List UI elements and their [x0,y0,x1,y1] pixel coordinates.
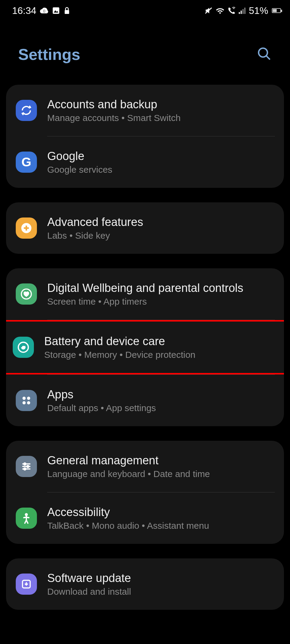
row-text: Advanced featuresLabs • Side key [47,216,275,241]
lock-icon [64,6,70,15]
row-subtitle: Screen time • App timers [47,296,275,307]
svg-rect-1 [53,7,59,14]
status-right: 51% [205,5,281,16]
svg-text:⟨⟩: ⟨⟩ [43,9,45,13]
google-icon: G [16,152,37,173]
gallery-icon [52,7,60,15]
row-text: AppsDefault apps • App settings [47,388,275,413]
wifi-icon [216,7,225,14]
cloud-icon: ⟨⟩ [40,7,48,14]
sync-icon [16,100,37,121]
settings-row-general[interactable]: General managementLanguage and keyboard … [6,441,284,492]
settings-row-google[interactable]: GGoogleGoogle services [6,136,284,188]
apps-icon [16,390,37,411]
settings-row-accounts[interactable]: Accounts and backupManage accounts • Sma… [6,85,284,136]
row-title: Digital Wellbeing and parental controls [47,282,275,295]
row-text: Battery and device careStorage • Memory … [44,335,278,360]
row-text: GoogleGoogle services [47,150,275,175]
row-title: Advanced features [47,216,275,229]
row-subtitle: TalkBack • Mono audio • Assistant menu [47,521,275,531]
sliders-icon [16,456,37,477]
wifi-calling-icon [227,7,236,15]
row-subtitle: Storage • Memory • Device protection [44,350,278,360]
svg-point-16 [27,397,30,400]
highlight-box: Battery and device careStorage • Memory … [6,320,284,374]
heart-circle-icon [16,283,37,305]
signal-icon [239,7,246,14]
row-title: Google [47,150,275,163]
row-subtitle: Default apps • App settings [47,403,275,413]
svg-point-14 [22,346,24,348]
row-title: Battery and device care [44,335,278,348]
page-title: Settings [18,45,80,64]
battery-percent: 51% [249,5,268,16]
status-time: 16:34 [12,5,36,16]
row-title: Apps [47,388,275,401]
settings-group: Software updateDownload and install [6,558,284,610]
svg-rect-3 [65,10,69,14]
settings-group: Digital Wellbeing and parental controlsS… [6,268,284,426]
row-title: Software update [47,572,275,585]
row-text: AccessibilityTalkBack • Mono audio • Ass… [47,506,275,531]
settings-group: Advanced featuresLabs • Side key [6,202,284,254]
settings-row-software[interactable]: Software updateDownload and install [6,558,284,610]
svg-rect-7 [242,9,244,14]
svg-point-22 [27,466,29,468]
row-text: Software updateDownload and install [47,572,275,597]
settings-row-accessibility[interactable]: AccessibilityTalkBack • Mono audio • Ass… [6,492,284,544]
battery-icon [272,8,281,13]
svg-rect-5 [239,12,240,14]
row-title: General management [47,454,275,467]
settings-group: General managementLanguage and keyboard … [6,441,284,544]
svg-point-20 [24,463,26,465]
row-text: General managementLanguage and keyboard … [47,454,275,479]
row-text: Digital Wellbeing and parental controlsS… [47,282,275,307]
status-bar: 16:34 ⟨⟩ 51% [0,0,290,21]
row-subtitle: Labs • Side key [47,230,275,241]
svg-line-10 [266,56,270,60]
settings-row-battery[interactable]: Battery and device careStorage • Memory … [6,322,284,373]
row-subtitle: Download and install [47,587,275,597]
row-title: Accessibility [47,506,275,519]
svg-point-24 [24,468,26,470]
header: Settings [0,21,290,85]
care-icon [13,337,34,358]
settings-group: Accounts and backupManage accounts • Sma… [6,85,284,188]
svg-rect-6 [241,11,242,14]
settings-row-wellbeing[interactable]: Digital Wellbeing and parental controlsS… [6,268,284,320]
svg-point-9 [259,48,267,57]
plus-icon [16,217,37,239]
svg-point-17 [22,401,26,404]
svg-point-15 [22,397,26,400]
mute-icon [205,7,213,14]
person-icon [16,508,37,529]
row-subtitle: Google services [47,165,275,175]
status-left: 16:34 ⟨⟩ [12,5,70,16]
row-subtitle: Manage accounts • Smart Switch [47,113,275,123]
row-subtitle: Language and keyboard • Date and time [47,469,275,479]
row-title: Accounts and backup [47,98,275,111]
download-icon [16,574,37,595]
settings-row-apps[interactable]: AppsDefault apps • App settings [6,375,284,426]
svg-rect-8 [244,8,246,14]
row-text: Accounts and backupManage accounts • Sma… [47,98,275,123]
settings-row-advanced[interactable]: Advanced featuresLabs • Side key [6,202,284,254]
search-button[interactable] [257,46,272,63]
svg-point-18 [27,401,30,404]
